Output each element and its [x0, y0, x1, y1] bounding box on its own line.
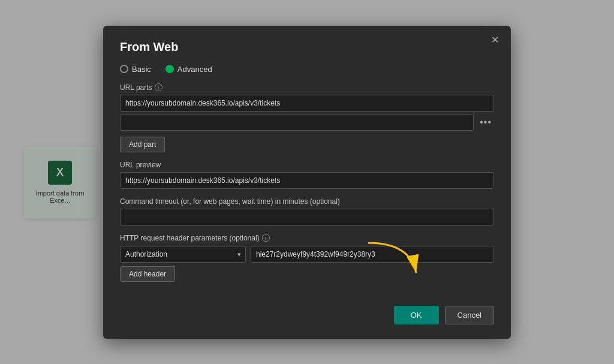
url-input-1[interactable]	[120, 95, 494, 112]
command-timeout-label: Command timeout (or, for web pages, wait…	[120, 197, 494, 206]
radio-basic-label: Basic	[132, 65, 151, 74]
header-value-input[interactable]	[251, 246, 494, 263]
http-header-info-icon[interactable]: i	[262, 234, 270, 242]
radio-advanced-circle	[165, 65, 174, 73]
cancel-button[interactable]: Cancel	[445, 306, 494, 324]
ok-button[interactable]: OK	[394, 306, 439, 324]
select-wrapper: Authorization Content-Type Accept X-Api-…	[120, 246, 246, 263]
dots-button[interactable]: •••	[477, 115, 494, 130]
close-button[interactable]: ✕	[487, 33, 502, 47]
radio-basic-circle	[120, 65, 128, 73]
url-preview-input[interactable]	[120, 172, 494, 189]
add-header-button[interactable]: Add header	[120, 266, 175, 282]
url-parts-info-icon[interactable]: i	[155, 83, 162, 91]
http-header-label: HTTP request header parameters (optional…	[120, 234, 494, 242]
header-input-row: Authorization Content-Type Accept X-Api-…	[120, 246, 494, 263]
dialog-footer: OK Cancel	[120, 296, 494, 324]
dialog-title: From Web	[120, 40, 494, 54]
command-timeout-section: Command timeout (or, for web pages, wait…	[120, 197, 494, 225]
modal-overlay: ✕ From Web Basic Advanced URL parts i	[0, 0, 614, 364]
url-input-2[interactable]	[120, 114, 474, 131]
url-preview-section: URL preview	[120, 161, 494, 189]
url-parts-row-1	[120, 95, 494, 112]
url-parts-row-2: •••	[120, 114, 494, 131]
radio-basic[interactable]: Basic	[120, 65, 151, 74]
radio-advanced-label: Advanced	[177, 65, 212, 74]
url-parts-label: URL parts i	[120, 83, 494, 92]
add-part-button[interactable]: Add part	[120, 137, 165, 152]
from-web-dialog: ✕ From Web Basic Advanced URL parts i	[103, 26, 511, 339]
url-preview-label: URL preview	[120, 161, 494, 169]
radio-group: Basic Advanced	[120, 65, 494, 74]
header-name-select[interactable]: Authorization Content-Type Accept X-Api-…	[120, 246, 246, 263]
radio-advanced[interactable]: Advanced	[165, 65, 212, 74]
http-header-section: HTTP request header parameters (optional…	[120, 234, 494, 282]
command-timeout-input[interactable]	[120, 209, 494, 225]
url-parts-section: URL parts i ••• Add part	[120, 83, 494, 152]
